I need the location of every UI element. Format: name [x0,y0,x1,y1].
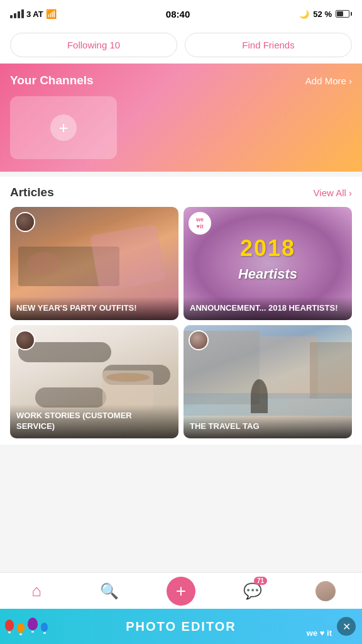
battery-label: 52 % [313,9,332,19]
chat-badge: 71 [254,577,267,585]
article-title-work: WORK STORIES (CUSTOMER SERVICE) [16,411,172,432]
article-card-work[interactable]: WORK STORIES (CUSTOMER SERVICE) [10,325,178,438]
battery-icon [336,10,352,18]
view-all-button[interactable]: View All › [314,187,352,198]
articles-section: Articles View All › NEW YEAR'S PARTY OUT… [0,177,362,445]
article-avatar-work [15,330,35,350]
following-tab-button[interactable]: Following 10 [10,33,177,57]
status-left: 3 AT 📶 [10,9,57,19]
chat-icon: 💬 [243,582,262,600]
article-overlay-work: WORK STORIES (CUSTOMER SERVICE) [10,404,178,438]
nav-search-button[interactable]: 🔍 [94,575,125,607]
search-icon: 🔍 [100,582,119,600]
article-card-party[interactable]: NEW YEAR'S PARTY OUTFITS! [10,207,178,320]
we-heart-badge: we♥it [189,212,211,235]
article-overlay-heartists: ANNOUNCEMENT... 2018 HEARTISTS! [184,297,352,320]
ad-logo: we ♥ it [307,628,332,638]
nav-add-button[interactable]: + [167,577,195,606]
tab-buttons-row: Following 10 Find Friends [0,28,362,64]
nav-home-button[interactable]: ⌂ [21,575,52,607]
article-overlay-party: NEW YEAR'S PARTY OUTFITS! [10,297,178,320]
article-avatar-travel [189,330,209,350]
close-icon: ✕ [343,621,351,633]
carrier-label: 3 AT [26,9,43,19]
home-icon: ⌂ [31,581,41,601]
article-card-heartists[interactable]: 2018 Heartists we♥it ANNOUNCEMENT... 201… [184,207,352,320]
status-right: 🌙 52 % [299,9,352,19]
find-friends-tab-button[interactable]: Find Friends [185,33,352,57]
channel-add-card[interactable]: + [10,96,117,159]
balloon-3 [28,618,38,633]
wifi-icon: 📶 [46,9,57,19]
balloon-1 [5,619,14,633]
signal-icon [10,9,24,18]
status-bar: 3 AT 📶 08:40 🌙 52 % [0,0,362,28]
article-avatar-party [15,212,35,232]
moon-icon: 🌙 [299,9,309,19]
articles-header: Articles View All › [10,186,352,199]
balloon-2 [17,623,25,635]
ad-banner[interactable]: PHOTO EDITOR we ♥ it ✕ [0,609,362,644]
add-icon: + [176,581,186,601]
channels-section: Your Channels Add More › + [0,64,362,172]
time-label: 08:40 [166,9,190,19]
article-title-party: NEW YEAR'S PARTY OUTFITS! [16,303,172,314]
ad-close-button[interactable]: ✕ [337,617,356,636]
article-card-travel[interactable]: THE TRAVEL TAG [184,325,352,438]
nav-chat-button[interactable]: 💬 71 [237,575,268,607]
profile-avatar [315,581,336,601]
articles-title: Articles [10,186,54,199]
articles-grid: NEW YEAR'S PARTY OUTFITS! 2018 Heartists… [10,207,352,445]
article-title-heartists: ANNOUNCEMENT... 2018 HEARTISTS! [190,303,346,314]
bottom-nav: ⌂ 🔍 + 💬 71 [0,572,362,609]
balloon-4 [41,623,48,634]
add-channel-icon: + [50,114,77,141]
article-title-travel: THE TRAVEL TAG [190,421,346,432]
nav-profile-button[interactable] [310,575,341,607]
add-more-button[interactable]: Add More › [305,75,352,86]
article-overlay-travel: THE TRAVEL TAG [184,415,352,438]
channels-title: Your Channels [10,74,94,87]
channels-header: Your Channels Add More › [10,74,352,87]
ad-text: PHOTO EDITOR [126,619,236,634]
